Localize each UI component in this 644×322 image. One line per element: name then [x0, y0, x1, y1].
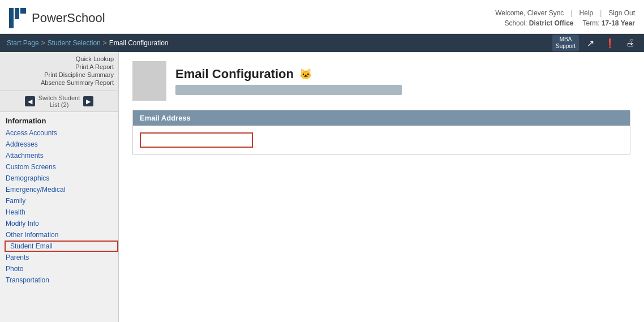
nav-bar: Start Page > Student Selection > Email C…	[0, 34, 644, 52]
welcome-text: Welcome, Clever Sync	[495, 9, 564, 17]
breadcrumb: Start Page > Student Selection > Email C…	[7, 39, 169, 47]
external-link-icon[interactable]: ↗	[585, 37, 596, 50]
sidebar-item-emergency-medical[interactable]: Emergency/Medical	[0, 184, 118, 195]
email-form-section: Email Address	[132, 110, 630, 155]
top-right-info: Welcome, Clever Sync | Help | Sign Out S…	[495, 9, 635, 27]
sidebar-item-other-information[interactable]: Other Information	[0, 229, 118, 241]
help-link[interactable]: Help	[579, 9, 593, 17]
breadcrumb-student-selection[interactable]: Student Selection	[48, 39, 101, 47]
breadcrumb-current: Email Configuration	[109, 39, 169, 47]
quick-lookup-link[interactable]: Quick Lookup	[5, 55, 114, 62]
school-label: School: District Office	[504, 19, 573, 27]
exclamation-icon[interactable]: ❗	[602, 37, 618, 50]
sidebar-item-access-accounts[interactable]: Access Accounts	[0, 127, 118, 139]
sidebar-item-photo[interactable]: Photo	[0, 263, 118, 274]
student-list-label: List (2)	[38, 101, 80, 108]
svg-rect-1	[15, 8, 19, 19]
print-discipline-link[interactable]: Print Discipline Summary	[5, 71, 114, 78]
main-layout: Quick Lookup Print A Report Print Discip…	[0, 52, 644, 322]
sidebar-item-parents[interactable]: Parents	[0, 252, 118, 263]
student-header: Email Configuration 🐱	[119, 52, 644, 108]
prev-student-button[interactable]: ◀	[25, 96, 35, 106]
content-area: Email Configuration 🐱 Email Address	[119, 52, 644, 322]
breadcrumb-start-page[interactable]: Start Page	[7, 39, 39, 47]
sidebar-item-health[interactable]: Health	[0, 207, 118, 218]
mba-support-button[interactable]: MBASupport	[552, 35, 579, 51]
switch-student-area: ◀ Switch Student List (2) ▶	[0, 91, 118, 112]
print-report-link[interactable]: Print A Report	[5, 63, 114, 70]
student-photo	[132, 61, 166, 101]
sidebar-item-attachments[interactable]: Attachments	[0, 150, 118, 161]
sidebar-item-student-email[interactable]: Student Email	[5, 241, 118, 252]
nav-icons: MBASupport ↗ ❗ 🖨	[552, 35, 637, 51]
sidebar-item-addresses[interactable]: Addresses	[0, 139, 118, 150]
svg-rect-2	[20, 8, 26, 14]
signout-link[interactable]: Sign Out	[608, 9, 635, 17]
sidebar-section-information: Information	[0, 112, 118, 127]
term-value: 17-18 Year	[602, 19, 635, 27]
switch-student-label: Switch Student	[38, 95, 80, 101]
logo-area: PowerSchool	[9, 8, 105, 28]
powerschool-logo-icon	[9, 8, 26, 28]
form-section-body	[133, 126, 630, 154]
top-bar: PowerSchool Welcome, Clever Sync | Help …	[0, 0, 644, 34]
student-name-icon: 🐱	[299, 68, 312, 80]
sidebar-item-transportation[interactable]: Transportation	[0, 274, 118, 286]
student-info-bar	[175, 85, 402, 95]
next-student-button[interactable]: ▶	[83, 96, 93, 106]
print-icon[interactable]: 🖨	[624, 37, 637, 49]
sidebar-top-links: Quick Lookup Print A Report Print Discip…	[0, 52, 118, 91]
page-title: Email Configuration 🐱	[175, 67, 630, 81]
sidebar: Quick Lookup Print A Report Print Discip…	[0, 52, 119, 322]
sidebar-item-custom-screens[interactable]: Custom Screens	[0, 161, 118, 173]
sidebar-item-family[interactable]: Family	[0, 195, 118, 207]
sidebar-item-modify-info[interactable]: Modify Info	[0, 218, 118, 229]
term-label: Term: 17-18 Year	[582, 19, 635, 27]
school-name: District Office	[529, 19, 574, 27]
form-section-header: Email Address	[133, 110, 630, 126]
sidebar-item-demographics[interactable]: Demographics	[0, 173, 118, 184]
svg-rect-0	[9, 8, 14, 28]
absence-report-link[interactable]: Absence Summary Report	[5, 79, 114, 86]
logo-text: PowerSchool	[32, 11, 105, 25]
email-input[interactable]	[140, 132, 253, 148]
student-info: Email Configuration 🐱	[175, 67, 630, 95]
